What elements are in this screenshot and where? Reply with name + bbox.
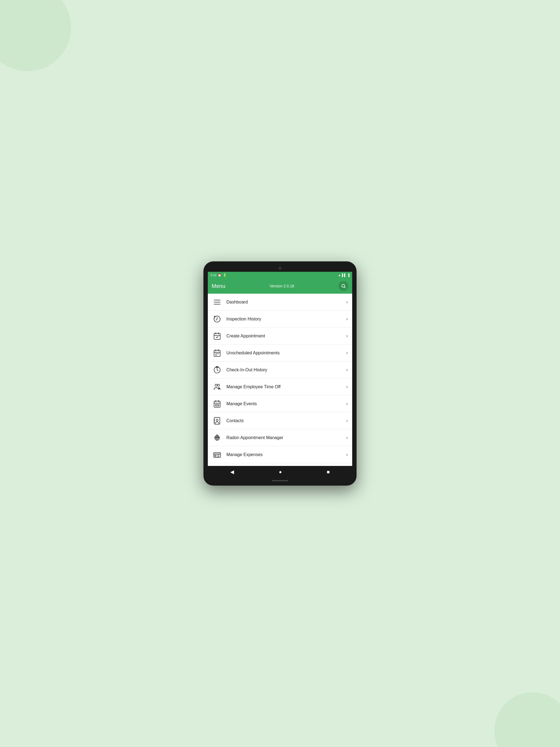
dashboard-icon: [212, 297, 222, 307]
checkin-history-icon: [212, 365, 222, 375]
menu-item-radon-manager[interactable]: Radon Appointment Manager ›: [208, 429, 352, 446]
manage-expenses-label: Manage Expenses: [226, 452, 346, 457]
header-title: Menu: [212, 283, 225, 289]
unscheduled-appointments-label: Unscheduled Appointments: [226, 351, 346, 356]
inspection-history-label: Inspection History: [226, 317, 346, 321]
status-right: ▲ ▌▌ ▐: [338, 274, 350, 277]
recent-button[interactable]: ■: [321, 467, 335, 477]
create-appointment-label: Create Appointment: [226, 334, 346, 338]
manage-events-label: Manage Events: [226, 402, 346, 406]
inspection-history-icon: [212, 314, 222, 324]
checkin-history-chevron: ›: [346, 367, 348, 373]
search-button[interactable]: [338, 281, 348, 291]
menu-item-contacts[interactable]: Contacts ›: [208, 412, 352, 429]
home-button[interactable]: ●: [274, 467, 287, 477]
bottom-nav: ◀ ● ■: [208, 466, 352, 478]
contacts-icon: [212, 416, 222, 426]
checkin-history-label: Check-In-Out History: [226, 367, 346, 372]
svg-rect-29: [215, 404, 219, 406]
search-icon: [341, 284, 346, 288]
unscheduled-appointments-icon: [212, 348, 222, 358]
radon-manager-label: Radon Appointment Manager: [226, 435, 346, 440]
menu-item-manage-events[interactable]: Manage Events ›: [208, 395, 352, 412]
create-appointment-chevron: ›: [346, 333, 348, 339]
menu-list: Dashboard › Inspection History ›: [208, 294, 352, 466]
svg-line-19: [217, 370, 218, 371]
battery-full-icon: ▐: [347, 274, 350, 277]
app-header: Menu Version 2.0.18: [208, 278, 352, 294]
svg-rect-6: [214, 333, 221, 340]
menu-item-dashboard[interactable]: Dashboard ›: [208, 294, 352, 311]
radon-manager-chevron: ›: [346, 435, 348, 440]
contacts-label: Contacts: [226, 418, 346, 423]
menu-item-employee-time-off[interactable]: Manage Employee Time Off ›: [208, 379, 352, 395]
svg-rect-38: [215, 455, 216, 456]
radon-manager-icon: [212, 433, 222, 443]
svg-point-31: [216, 419, 218, 421]
unscheduled-appointments-chevron: ›: [346, 350, 348, 356]
header-version: Version 2.0.18: [270, 284, 294, 288]
wifi-icon: ▲: [338, 274, 341, 277]
svg-point-21: [215, 384, 218, 386]
manage-expenses-chevron: ›: [346, 452, 348, 458]
svg-rect-10: [214, 350, 221, 357]
status-time: 5:12: [210, 274, 216, 277]
manage-expenses-icon: [212, 450, 222, 460]
menu-item-chat[interactable]: Chat ›: [208, 463, 352, 466]
contacts-chevron: ›: [346, 418, 348, 423]
tablet-camera: [279, 267, 281, 269]
employee-time-off-label: Manage Employee Time Off: [226, 384, 346, 389]
home-indicator: [272, 480, 288, 481]
status-left: 5:12 ⏰ 🔋: [210, 274, 227, 277]
manage-events-chevron: ›: [346, 401, 348, 407]
tablet-screen: 5:12 ⏰ 🔋 ▲ ▌▌ ▐ Menu Version 2.0.18: [208, 272, 352, 466]
manage-events-icon: [212, 399, 222, 409]
create-appointment-icon: [212, 331, 222, 341]
svg-point-22: [218, 384, 220, 386]
svg-line-1: [344, 287, 345, 288]
menu-item-checkin-history[interactable]: Check-In-Out History ›: [208, 361, 352, 379]
bg-circle-tl: [0, 0, 71, 71]
menu-item-inspection-history[interactable]: Inspection History ›: [208, 311, 352, 328]
dashboard-label: Dashboard: [226, 300, 346, 305]
alarm-icon: ⏰: [218, 274, 222, 277]
tablet-device: 5:12 ⏰ 🔋 ▲ ▌▌ ▐ Menu Version 2.0.18: [203, 261, 357, 486]
page-background: 5:12 ⏰ 🔋 ▲ ▌▌ ▐ Menu Version 2.0.18: [0, 0, 560, 747]
employee-time-off-chevron: ›: [346, 384, 348, 390]
dashboard-chevron: ›: [346, 299, 348, 305]
back-button[interactable]: ◀: [225, 467, 239, 477]
battery-icon: 🔋: [223, 274, 227, 277]
employee-time-off-icon: [212, 382, 222, 392]
signal-icon: ▌▌: [342, 274, 347, 277]
inspection-history-chevron: ›: [346, 316, 348, 322]
menu-item-create-appointment[interactable]: Create Appointment ›: [208, 328, 352, 344]
status-bar: 5:12 ⏰ 🔋 ▲ ▌▌ ▐: [208, 272, 352, 278]
bg-circle-br: [494, 692, 560, 747]
menu-item-unscheduled-appointments[interactable]: Unscheduled Appointments ›: [208, 344, 352, 361]
menu-item-manage-expenses[interactable]: Manage Expenses ›: [208, 446, 352, 463]
svg-rect-25: [214, 401, 221, 407]
